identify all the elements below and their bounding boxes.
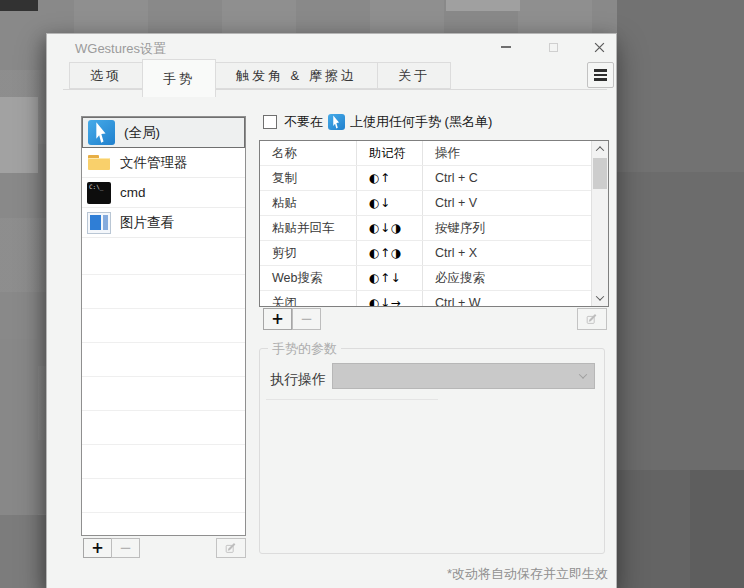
pencil-icon bbox=[585, 312, 599, 326]
tab-options[interactable]: 选项 bbox=[69, 62, 143, 89]
gesture-name: 粘贴并回车 bbox=[260, 216, 357, 240]
gesture-action: Ctrl + V bbox=[423, 191, 591, 215]
app-list-item-cmd[interactable]: cmd bbox=[82, 178, 245, 208]
tab-label: 触发角 & 摩擦边 bbox=[236, 67, 357, 85]
menu-button[interactable] bbox=[587, 62, 614, 88]
scroll-up-button[interactable] bbox=[592, 141, 608, 157]
gesture-action: 必应搜索 bbox=[423, 266, 591, 290]
chevron-down-icon bbox=[596, 292, 604, 300]
tab-bar: 选项 手势 触发角 & 摩擦边 关于 bbox=[69, 59, 450, 98]
gesture-mnemonic: ◐↑◑ bbox=[357, 241, 423, 265]
app-list-item-label: 图片查看 bbox=[120, 214, 174, 232]
blacklist-label-suffix: 上使用任何手势 (黑名单) bbox=[350, 113, 492, 131]
gesture-action: Ctrl + W bbox=[423, 291, 591, 306]
terminal-icon bbox=[87, 182, 111, 204]
desktop-tile bbox=[446, 0, 520, 11]
desktop-tile bbox=[0, 0, 38, 11]
tab-label: 关于 bbox=[398, 67, 430, 85]
gesture-name: 复制 bbox=[260, 166, 357, 190]
gesture-name: Web搜索 bbox=[260, 266, 357, 290]
app-list-item-file-manager[interactable]: 文件管理器 bbox=[82, 148, 245, 178]
picture-icon bbox=[87, 212, 111, 234]
close-button[interactable] bbox=[584, 34, 614, 60]
desktop-tile bbox=[690, 470, 744, 588]
execute-action-dropdown[interactable] bbox=[332, 363, 595, 389]
gesture-table: 名称 助记符 操作 复制 ◐↑ Ctrl + C 粘贴 ◐↓ Ctrl + V bbox=[259, 140, 609, 307]
gesture-mnemonic: ◐↓◑ bbox=[357, 216, 423, 240]
minimize-icon bbox=[501, 46, 511, 48]
wgestures-logo-icon bbox=[328, 114, 345, 130]
gesture-action: 按键序列 bbox=[423, 216, 591, 240]
gesture-table-header: 名称 助记符 操作 bbox=[260, 141, 591, 166]
maximize-button[interactable] bbox=[538, 34, 568, 60]
gesture-row-paste[interactable]: 粘贴 ◐↓ Ctrl + V bbox=[260, 191, 591, 216]
execute-action-label: 执行操作 bbox=[270, 371, 326, 389]
gesture-mnemonic: ◐↑↓ bbox=[357, 266, 423, 290]
remove-app-button[interactable]: − bbox=[111, 538, 140, 558]
gesture-mnemonic: ◐↓→ bbox=[357, 291, 423, 306]
gesture-table-body: 名称 助记符 操作 复制 ◐↑ Ctrl + C 粘贴 ◐↓ Ctrl + V bbox=[260, 141, 591, 306]
desktop-tile bbox=[617, 0, 744, 172]
edit-gesture-button[interactable] bbox=[577, 308, 607, 330]
folder-icon bbox=[87, 152, 111, 174]
wgestures-settings-window: WGestures设置 选项 手势 触发角 & 摩擦边 关于 bbox=[46, 33, 617, 588]
blacklist-label-prefix: 不要在 bbox=[284, 113, 323, 131]
gesture-params-group: 手势的参数 执行操作 bbox=[259, 348, 605, 554]
table-scrollbar[interactable] bbox=[591, 141, 608, 306]
app-list-empty-rows bbox=[82, 241, 245, 535]
close-icon bbox=[594, 42, 605, 53]
scroll-down-button[interactable] bbox=[592, 290, 608, 306]
remove-gesture-button[interactable]: − bbox=[292, 308, 321, 330]
title-bar: WGestures设置 bbox=[47, 34, 616, 60]
gesture-mnemonic: ◐↑ bbox=[357, 166, 423, 190]
app-list-item-label: 文件管理器 bbox=[120, 154, 188, 172]
chevron-up-icon bbox=[596, 146, 604, 154]
gesture-name: 粘贴 bbox=[260, 191, 357, 215]
gesture-rows: 复制 ◐↑ Ctrl + C 粘贴 ◐↓ Ctrl + V 粘贴并回车 ◐↓◑ … bbox=[260, 166, 591, 306]
blacklist-checkbox[interactable] bbox=[263, 115, 277, 129]
gesture-name: 关闭 bbox=[260, 291, 357, 306]
gesture-action: Ctrl + C bbox=[423, 166, 591, 190]
gesture-row-close[interactable]: 关闭 ◐↓→ Ctrl + W bbox=[260, 291, 591, 306]
window-title: WGestures设置 bbox=[75, 40, 166, 58]
blacklist-row: 不要在 上使用任何手势 (黑名单) bbox=[263, 112, 492, 132]
tab-about[interactable]: 关于 bbox=[377, 62, 451, 89]
app-list-panel: (全局) 文件管理器 cmd 图片查看 bbox=[81, 116, 246, 536]
autosave-note: *改动将自动保存并立即生效 bbox=[447, 565, 608, 583]
gesture-name: 剪切 bbox=[260, 241, 357, 265]
gesture-row-copy[interactable]: 复制 ◐↑ Ctrl + C bbox=[260, 166, 591, 191]
column-header-mnemonic: 助记符 bbox=[357, 141, 423, 165]
group-label: 手势的参数 bbox=[268, 340, 341, 358]
gesture-row-cut[interactable]: 剪切 ◐↑◑ Ctrl + X bbox=[260, 241, 591, 266]
tab-corners[interactable]: 触发角 & 摩擦边 bbox=[215, 62, 378, 89]
scrollbar-thumb[interactable] bbox=[593, 158, 607, 189]
minimize-button[interactable] bbox=[491, 34, 521, 60]
gesture-action: Ctrl + X bbox=[423, 241, 591, 265]
desktop-tile bbox=[0, 97, 38, 173]
app-list-item-global[interactable]: (全局) bbox=[82, 117, 245, 148]
column-header-name: 名称 bbox=[260, 141, 357, 165]
gesture-mnemonic: ◐↓ bbox=[357, 191, 423, 215]
add-app-button[interactable]: + bbox=[83, 538, 112, 558]
column-header-action: 操作 bbox=[423, 141, 591, 165]
pencil-icon bbox=[224, 541, 238, 555]
tab-gestures[interactable]: 手势 bbox=[142, 59, 216, 97]
desktop-tile bbox=[617, 172, 744, 470]
add-gesture-button[interactable]: + bbox=[263, 308, 292, 330]
app-list-item-label: cmd bbox=[120, 185, 146, 200]
app-list: (全局) 文件管理器 cmd 图片查看 bbox=[82, 117, 245, 238]
chevron-down-icon bbox=[579, 370, 587, 378]
tab-label: 手势 bbox=[163, 70, 195, 88]
group-separator bbox=[266, 399, 438, 400]
edit-app-button[interactable] bbox=[216, 538, 246, 558]
desktop-background: WGestures设置 选项 手势 触发角 & 摩擦边 关于 bbox=[0, 0, 744, 588]
app-list-item-image-viewer[interactable]: 图片查看 bbox=[82, 208, 245, 238]
gesture-row-web-search[interactable]: Web搜索 ◐↑↓ 必应搜索 bbox=[260, 266, 591, 291]
hamburger-menu-icon bbox=[594, 69, 607, 71]
wgestures-logo-icon bbox=[88, 120, 115, 145]
gesture-row-paste-enter[interactable]: 粘贴并回车 ◐↓◑ 按键序列 bbox=[260, 216, 591, 241]
tab-label: 选项 bbox=[90, 67, 122, 85]
app-list-item-label: (全局) bbox=[124, 124, 160, 142]
maximize-icon bbox=[549, 43, 558, 52]
desktop-tile bbox=[0, 339, 38, 515]
